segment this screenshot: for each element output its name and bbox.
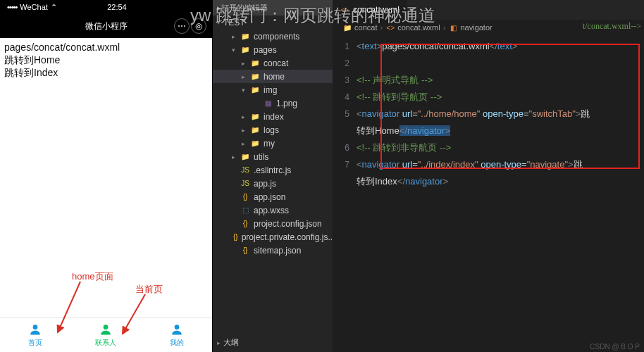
folder-icon: 📁 — [250, 139, 260, 149]
nav-link-home[interactable]: 跳转到Home — [4, 54, 208, 66]
folder-icon: 📁 — [250, 72, 260, 82]
carrier-label: WeChat — [20, 3, 48, 11]
tree-item-utils[interactable]: ▸📁utils — [213, 150, 333, 163]
outline-label: 大纲 — [223, 337, 239, 348]
editor-tab[interactable]: <>concat.wxml — [333, 0, 407, 20]
nav-link-index[interactable]: 跳转到Index — [4, 66, 208, 79]
menu-icon[interactable]: ⋯ — [174, 18, 190, 34]
chevron-icon: ▸ — [240, 127, 247, 134]
breadcrumb-item[interactable]: ◧ navigator — [448, 23, 492, 32]
tab-item-0[interactable]: 首页 — [0, 318, 70, 352]
tab-item-1[interactable]: 联系人 — [70, 318, 141, 352]
tree-item-home[interactable]: ▸📁home — [213, 70, 333, 83]
folder-icon: 📁 — [250, 85, 260, 95]
code-line[interactable]: 2 — [333, 55, 644, 72]
chevron-icon: ▸ — [240, 140, 247, 147]
tree-item-project-config-json[interactable]: {}project.config.json — [213, 217, 333, 230]
wifi-icon: ⌃ — [51, 3, 57, 12]
chevron-icon: ▸ — [240, 73, 247, 80]
svg-point-1 — [104, 325, 109, 329]
signal-dots-icon: ••••• — [7, 3, 17, 11]
tree-label: logs — [264, 125, 279, 135]
tree-item--eslintrc-js[interactable]: JS.eslintrc.js — [213, 163, 333, 177]
code-line[interactable]: 1<text>pages/concat/concat.wxml</text> — [333, 38, 644, 55]
folder-icon: 📁 — [240, 32, 250, 42]
code-line[interactable]: 7<navigator url="../index/index" open-ty… — [333, 156, 644, 173]
close-icon[interactable]: ◎ — [191, 18, 206, 34]
tag-icon: ◧ — [448, 23, 458, 32]
tree-label: .eslintrc.js — [254, 165, 291, 175]
tree-item-index[interactable]: ▸📁index — [213, 110, 333, 123]
gutter: 1 — [333, 38, 357, 55]
gutter — [333, 173, 357, 190]
annotation-home: home页面 — [72, 270, 113, 283]
code-line[interactable]: 3<!-- 声明式导航 --> — [333, 72, 644, 89]
code-line[interactable]: 转到Home</navigator> — [333, 122, 644, 139]
crumb-separator: › — [443, 23, 446, 32]
code-line[interactable]: 转到Index</navigator> — [333, 173, 644, 190]
json-icon: {} — [233, 232, 238, 242]
tree-item-project-private-config-js-[interactable]: {}project.private.config.js... — [213, 230, 333, 244]
phone-tabbar: 首页联系人我的 — [0, 317, 212, 352]
tree-item-1-png[interactable]: ▤1.png — [213, 96, 333, 110]
outline-section[interactable]: 大纲 — [213, 333, 333, 352]
wechat-title-bar: 微信小程序 ⋯ ◎ — [0, 14, 212, 38]
svg-point-2 — [174, 325, 179, 329]
json-icon: {} — [240, 219, 250, 229]
tree-label: 1.png — [276, 99, 297, 108]
tree-item-logs[interactable]: ▸📁logs — [213, 123, 333, 137]
breadcrumb-item[interactable]: <> concat.wxml — [385, 23, 440, 32]
wechat-title: 微信小程序 — [85, 20, 128, 32]
annotation-current: 当前页 — [135, 283, 163, 296]
svg-point-0 — [33, 325, 38, 329]
section-label: TEST — [223, 18, 245, 27]
code-line[interactable]: 4<!-- 跳转到导航页 --> — [333, 89, 644, 106]
gutter: 7 — [333, 156, 357, 173]
watermark: CSDN @ B O P — [590, 343, 640, 351]
page-line: pages/concat/concat.wxml — [4, 41, 208, 54]
path-hint: t/concat.wxml--> — [583, 21, 641, 32]
tree-item-img[interactable]: ▾📁img — [213, 83, 333, 96]
tree-label: components — [254, 32, 299, 42]
code-area[interactable]: 1<text>pages/concat/concat.wxml</text>23… — [333, 35, 644, 352]
explorer-section[interactable]: TEST — [213, 15, 333, 30]
tree-label: sitemap.json — [254, 246, 301, 256]
js-icon: JS — [240, 165, 250, 175]
tree-item-my[interactable]: ▸📁my — [213, 137, 333, 150]
code-line[interactable]: 6<!-- 跳转到非导航页 --> — [333, 139, 644, 156]
chevron-icon: ▸ — [240, 60, 247, 67]
tree-item-app-wxss[interactable]: ⬚app.wxss — [213, 203, 333, 217]
chevron-icon: ▾ — [240, 87, 247, 94]
tree-label: index — [264, 112, 284, 122]
tree-item-components[interactable]: ▸📁components — [213, 30, 333, 43]
phone-simulator: ••••• WeChat ⌃ 22:54 微信小程序 ⋯ ◎ pages/con… — [0, 0, 213, 352]
explorer-toolbar[interactable]: ▸ 打开的编辑器 — [213, 0, 333, 15]
tree-item-app-js[interactable]: JSapp.js — [213, 177, 333, 190]
tree-item-app-json[interactable]: {}app.json — [213, 190, 333, 203]
editor-panel: <>concat.wxml 📁 concat›<> concat.wxml›◧ … — [333, 0, 644, 352]
gutter: 3 — [333, 72, 357, 89]
tab-item-2[interactable]: 我的 — [142, 318, 212, 352]
tree-label: project.private.config.js... — [242, 232, 335, 242]
code-line[interactable]: 5<navigator url="../home/home" open-type… — [333, 106, 644, 122]
gutter: 2 — [333, 55, 357, 72]
gutter: 4 — [333, 89, 357, 106]
tree-item-pages[interactable]: ▾📁pages — [213, 43, 333, 56]
tree-label: concat — [264, 58, 288, 68]
gutter: 6 — [333, 139, 357, 156]
tree-label: app.js — [254, 179, 276, 189]
tree-item-concat[interactable]: ▸📁concat — [213, 56, 333, 70]
tree-label: img — [264, 85, 277, 95]
wxss-icon: ⬚ — [240, 206, 250, 215]
time-label: 22:54 — [107, 3, 127, 11]
tab-label: concat.wxml — [353, 5, 400, 15]
folder-icon: 📁 — [250, 58, 260, 68]
status-bar: ••••• WeChat ⌃ 22:54 — [0, 0, 212, 14]
breadcrumb-item[interactable]: 📁 concat — [342, 23, 377, 32]
tree-label: utils — [254, 152, 268, 162]
file-explorer: ▸ 打开的编辑器 TEST ▸📁components▾📁pages▸📁conca… — [213, 0, 333, 352]
tree-label: my — [264, 139, 275, 149]
js-icon: JS — [240, 179, 250, 189]
tree-item-sitemap-json[interactable]: {}sitemap.json — [213, 244, 333, 257]
gutter: 5 — [333, 106, 357, 122]
